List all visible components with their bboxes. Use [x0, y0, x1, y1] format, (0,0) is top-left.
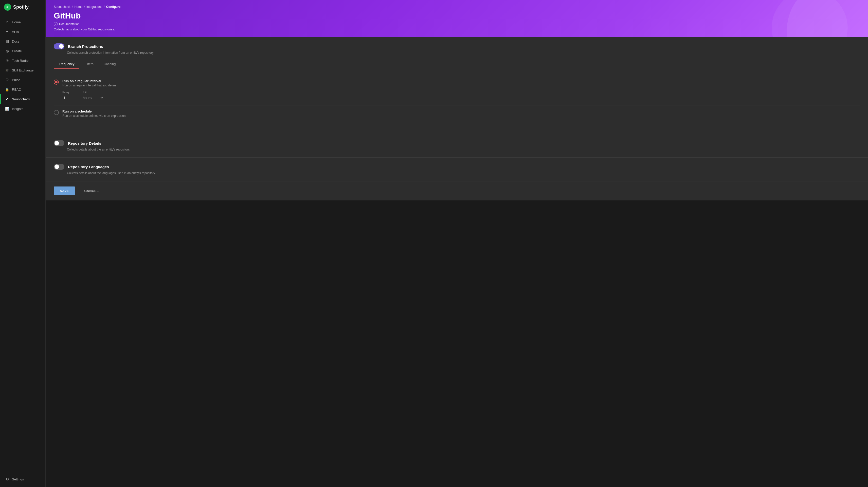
branch-protections-desc: Collects branch protection information f… [67, 51, 860, 55]
skill-icon [5, 68, 9, 72]
every-group: Every [62, 91, 78, 101]
radio-regular-content: Run on a regular interval Run on a regul… [62, 79, 116, 101]
breadcrumb-home[interactable]: Home [74, 5, 83, 9]
branch-protections-header: Branch Protections [54, 43, 860, 50]
spotify-brand-text: Spotify [13, 5, 29, 10]
svg-point-0 [6, 5, 10, 9]
unit-label: Unit [82, 91, 104, 94]
sidebar-item-skill-label: Skill Exchange [12, 68, 33, 72]
page-description: Collects facts about your GitHub reposit… [54, 28, 860, 31]
repository-languages-toggle[interactable] [54, 164, 64, 170]
toggle-slider [54, 43, 64, 50]
radio-schedule-btn[interactable] [54, 110, 59, 115]
insights-icon [5, 106, 9, 111]
repository-details-header: Repository Details [54, 140, 860, 146]
breadcrumb-sep-2: / [84, 5, 85, 9]
radio-schedule-label: Run on a schedule [62, 109, 126, 113]
toggle-slider-lang [54, 164, 64, 170]
unit-group: Unit minutes hours days weeks [82, 91, 104, 101]
repository-details-toggle[interactable] [54, 140, 64, 146]
tabs-bar: Frequency Filters Caching [54, 60, 860, 69]
info-icon: i [54, 22, 58, 26]
docs-icon [5, 39, 9, 43]
main-content: Soundcheck / Home / Integrations / Confi… [45, 0, 868, 487]
radar-icon [5, 58, 9, 63]
actions-bar: SAVE CANCEL [45, 181, 868, 200]
repository-languages-section: Repository Languages Collects details ab… [45, 158, 868, 181]
sidebar-item-insights-label: Insights [12, 107, 23, 111]
toggle-slider-repo [54, 140, 64, 146]
doc-link-label: Documentation [59, 22, 80, 26]
sidebar-item-pulse[interactable]: Pulse [0, 75, 45, 85]
rbac-icon [5, 87, 9, 92]
branch-protections-tabs: Frequency Filters Caching Run on a regul… [54, 60, 860, 128]
sidebar-item-soundcheck[interactable]: Soundcheck [0, 94, 45, 104]
breadcrumb-soundcheck[interactable]: Soundcheck [54, 5, 70, 9]
breadcrumb-sep-1: / [72, 5, 73, 9]
unit-select[interactable]: minutes hours days weeks [82, 95, 104, 101]
settings-icon [5, 477, 9, 481]
page-title: GitHub [54, 11, 860, 21]
branch-protections-section: Branch Protections Collects branch prote… [45, 37, 868, 134]
breadcrumb-configure: Configure [106, 5, 121, 9]
radio-schedule-desc: Run on a schedule defined via cron expre… [62, 114, 126, 118]
sidebar-item-tech-radar[interactable]: Tech Radar [0, 56, 45, 65]
every-label: Every [62, 91, 78, 94]
branch-protections-title: Branch Protections [68, 44, 103, 48]
sidebar-item-settings-label: Settings [12, 477, 24, 481]
sidebar-item-soundcheck-label: Soundcheck [12, 97, 30, 101]
branch-protections-toggle[interactable] [54, 43, 64, 50]
repository-languages-header: Repository Languages [54, 164, 860, 170]
apis-icon [5, 29, 9, 34]
sidebar-logo: Spotify [0, 0, 45, 14]
save-button[interactable]: SAVE [54, 187, 75, 195]
radio-schedule-content: Run on a schedule Run on a schedule defi… [62, 109, 126, 118]
radio-regular-label: Run on a regular interval [62, 79, 116, 83]
sidebar-item-create[interactable]: Create... [0, 46, 45, 56]
sidebar: Spotify Home APIs Docs Create... Tech Ra… [0, 0, 45, 487]
header-banner: Soundcheck / Home / Integrations / Confi… [45, 0, 868, 37]
repository-languages-desc: Collects details about the languages use… [67, 171, 860, 175]
sidebar-item-insights[interactable]: Insights [0, 104, 45, 113]
sidebar-footer: Settings [0, 471, 45, 487]
sidebar-item-apis-label: APIs [12, 30, 19, 34]
sidebar-item-pulse-label: Pulse [12, 78, 20, 82]
soundcheck-icon [5, 97, 9, 101]
repository-details-section: Repository Details Collects details abou… [45, 134, 868, 158]
sidebar-navigation: Home APIs Docs Create... Tech Radar Skil… [0, 16, 45, 471]
frequency-inputs-row: Every Unit minutes hours days [62, 91, 116, 101]
documentation-link[interactable]: i Documentation [54, 22, 860, 26]
sidebar-item-docs[interactable]: Docs [0, 36, 45, 46]
sidebar-item-home-label: Home [12, 20, 21, 24]
radio-regular-interval: Run on a regular interval Run on a regul… [54, 75, 860, 105]
sidebar-item-home[interactable]: Home [0, 17, 45, 27]
sidebar-item-skill-exchange[interactable]: Skill Exchange [0, 65, 45, 75]
sidebar-item-rbac-label: RBAC [12, 88, 21, 92]
home-icon [5, 20, 9, 24]
sidebar-item-docs-label: Docs [12, 39, 20, 43]
radio-schedule: Run on a schedule Run on a schedule defi… [54, 105, 860, 122]
sidebar-item-radar-label: Tech Radar [12, 59, 29, 63]
breadcrumb-sep-3: / [104, 5, 104, 9]
spotify-logo-icon [4, 4, 11, 11]
tab-caching[interactable]: Caching [99, 60, 121, 69]
sidebar-item-create-label: Create... [12, 49, 25, 53]
sidebar-item-settings[interactable]: Settings [0, 474, 45, 484]
tab-filters[interactable]: Filters [79, 60, 98, 69]
breadcrumb-integrations[interactable]: Integrations [87, 5, 102, 9]
cancel-button[interactable]: CANCEL [79, 187, 104, 195]
radio-regular-btn[interactable] [54, 79, 59, 85]
sidebar-item-rbac[interactable]: RBAC [0, 85, 45, 94]
content-area: Branch Protections Collects branch prote… [45, 37, 868, 200]
tab-frequency[interactable]: Frequency [54, 60, 79, 69]
radio-regular-desc: Run on a regular interval that you defin… [62, 84, 116, 87]
every-input[interactable] [62, 95, 78, 101]
repository-languages-title: Repository Languages [68, 165, 109, 169]
breadcrumb: Soundcheck / Home / Integrations / Confi… [54, 5, 860, 9]
sidebar-item-apis[interactable]: APIs [0, 27, 45, 36]
pulse-icon [5, 77, 9, 82]
repository-details-title: Repository Details [68, 141, 101, 145]
create-icon [5, 48, 9, 53]
repository-details-desc: Collects details about the an entity's r… [67, 148, 860, 151]
tab-frequency-content: Run on a regular interval Run on a regul… [54, 69, 860, 128]
